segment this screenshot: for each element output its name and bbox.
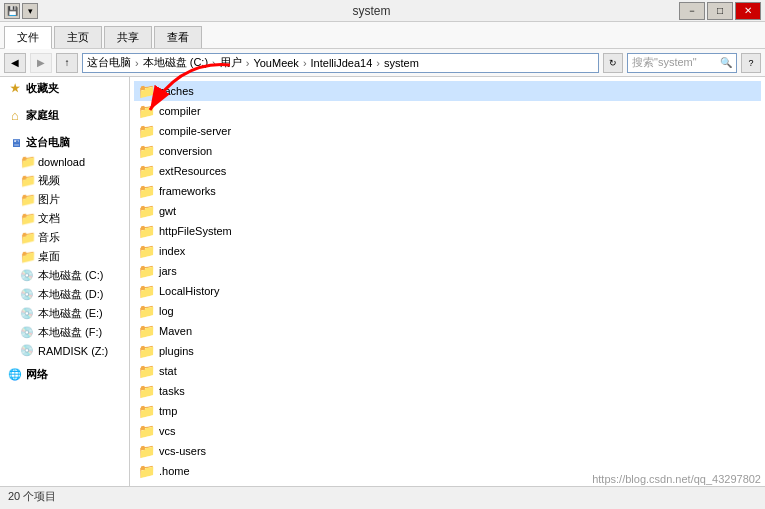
- sidebar-label-drive-e: 本地磁盘 (E:): [38, 306, 103, 321]
- path-segment-users[interactable]: 用户: [220, 55, 242, 70]
- file-name: tmp: [159, 405, 177, 417]
- sidebar-item-network[interactable]: 🌐 网络: [0, 365, 129, 384]
- file-item[interactable]: 📁log: [134, 301, 761, 321]
- address-bar: ◀ ▶ ↑ 这台电脑 › 本地磁盘 (C:) › 用户 › YouMeek › …: [0, 49, 765, 77]
- file-item[interactable]: 📁httpFileSystem: [134, 221, 761, 241]
- drive-icon: 💿: [20, 344, 34, 357]
- folder-icon: 📁: [138, 303, 155, 319]
- file-item[interactable]: 📁vcs: [134, 421, 761, 441]
- title-bar: 💾 ▾ system － □ ✕: [0, 0, 765, 22]
- search-icon: 🔍: [720, 57, 732, 68]
- quick-access-save[interactable]: 💾: [4, 3, 20, 19]
- file-item[interactable]: 📁tmp: [134, 401, 761, 421]
- path-segment-computer[interactable]: 这台电脑: [87, 55, 131, 70]
- file-item[interactable]: 📁vcs-users: [134, 441, 761, 461]
- folder-icon: 📁: [138, 383, 155, 399]
- sidebar-item-desktop[interactable]: 📁 桌面: [0, 247, 129, 266]
- sidebar-item-download[interactable]: 📁 download: [0, 152, 129, 171]
- sidebar-label-docs: 文档: [38, 211, 60, 226]
- sidebar-item-drive-c[interactable]: 💿 本地磁盘 (C:): [0, 266, 129, 285]
- monitor-icon: 🖥: [8, 137, 22, 149]
- nav-back-button[interactable]: ◀: [4, 53, 26, 73]
- ribbon-tab-view[interactable]: 查看: [154, 26, 202, 48]
- window-title: system: [64, 4, 679, 18]
- file-name: httpFileSystem: [159, 225, 232, 237]
- file-name: compiler: [159, 105, 201, 117]
- file-name: stat: [159, 365, 177, 377]
- nav-forward-button[interactable]: ▶: [30, 53, 52, 73]
- file-name: extResources: [159, 165, 226, 177]
- file-item[interactable]: 📁frameworks: [134, 181, 761, 201]
- refresh-button[interactable]: ↻: [603, 53, 623, 73]
- folder-icon: 📁: [20, 192, 34, 207]
- folder-icon: 📁: [138, 263, 155, 279]
- folder-icon: 📁: [138, 243, 155, 259]
- file-item[interactable]: 📁compile-server: [134, 121, 761, 141]
- search-box[interactable]: 搜索"system" 🔍: [627, 53, 737, 73]
- sidebar-label-desktop: 桌面: [38, 249, 60, 264]
- sidebar-item-video[interactable]: 📁 视频: [0, 171, 129, 190]
- help-button[interactable]: ?: [741, 53, 761, 73]
- file-item[interactable]: 📁tasks: [134, 381, 761, 401]
- path-segment-idea[interactable]: IntelliJdea14: [311, 57, 373, 69]
- ribbon-tab-share[interactable]: 共享: [104, 26, 152, 48]
- folder-icon: 📁: [138, 163, 155, 179]
- ribbon-tab-home[interactable]: 主页: [54, 26, 102, 48]
- file-name: log: [159, 305, 174, 317]
- sidebar-item-music[interactable]: 📁 音乐: [0, 228, 129, 247]
- file-item[interactable]: 📁index: [134, 241, 761, 261]
- file-item[interactable]: 📁Maven: [134, 321, 761, 341]
- file-item[interactable]: 📁LocalHistory: [134, 281, 761, 301]
- nav-up-button[interactable]: ↑: [56, 53, 78, 73]
- path-segment-drive[interactable]: 本地磁盘 (C:): [143, 55, 208, 70]
- close-button[interactable]: ✕: [735, 2, 761, 20]
- folder-icon: 📁: [138, 203, 155, 219]
- file-name: jars: [159, 265, 177, 277]
- sidebar-item-homegroup[interactable]: ⌂ 家庭组: [0, 106, 129, 125]
- sidebar-label-thispc: 这台电脑: [26, 135, 70, 150]
- sidebar-item-favorites[interactable]: ★ 收藏夹: [0, 79, 129, 98]
- network-icon: 🌐: [8, 368, 22, 381]
- file-item[interactable]: 📁extResources: [134, 161, 761, 181]
- ribbon-tab-file[interactable]: 文件: [4, 26, 52, 49]
- folder-icon: 📁: [138, 423, 155, 439]
- file-name: vcs-users: [159, 445, 206, 457]
- sidebar-item-ramdisk[interactable]: 💿 RAMDISK (Z:): [0, 342, 129, 359]
- file-item[interactable]: 📁jars: [134, 261, 761, 281]
- file-item[interactable]: 📁stat: [134, 361, 761, 381]
- sidebar-item-docs[interactable]: 📁 文档: [0, 209, 129, 228]
- folder-icon: 📁: [20, 154, 34, 169]
- file-item[interactable]: 📁caches: [134, 81, 761, 101]
- minimize-button[interactable]: －: [679, 2, 705, 20]
- folder-icon: 📁: [138, 183, 155, 199]
- folder-icon: 📁: [138, 283, 155, 299]
- quick-access-menu[interactable]: ▾: [22, 3, 38, 19]
- file-item[interactable]: 📁plugins: [134, 341, 761, 361]
- sidebar-item-pictures[interactable]: 📁 图片: [0, 190, 129, 209]
- sidebar-section-favorites: ★ 收藏夹: [0, 77, 129, 104]
- ribbon: 文件 主页 共享 查看: [0, 22, 765, 49]
- file-list: 📁caches📁compiler📁compile-server📁conversi…: [130, 77, 765, 486]
- file-item[interactable]: 📁compiler: [134, 101, 761, 121]
- folder-icon: 📁: [138, 123, 155, 139]
- sidebar: ★ 收藏夹 ⌂ 家庭组 🖥 这台电脑 📁 download 📁 视频: [0, 77, 130, 486]
- file-item[interactable]: 📁gwt: [134, 201, 761, 221]
- sidebar-item-thispc[interactable]: 🖥 这台电脑: [0, 133, 129, 152]
- folder-icon: 📁: [138, 363, 155, 379]
- sidebar-label-pictures: 图片: [38, 192, 60, 207]
- sidebar-label-network: 网络: [26, 367, 48, 382]
- maximize-button[interactable]: □: [707, 2, 733, 20]
- folder-icon: 📁: [138, 443, 155, 459]
- home-icon: ⌂: [8, 108, 22, 123]
- path-segment-youmeek[interactable]: YouMeek: [253, 57, 298, 69]
- sidebar-item-drive-f[interactable]: 💿 本地磁盘 (F:): [0, 323, 129, 342]
- sidebar-section-thispc: 🖥 这台电脑 📁 download 📁 视频 📁 图片 📁 文档 📁 音: [0, 131, 129, 361]
- file-item[interactable]: 📁conversion: [134, 141, 761, 161]
- file-name: tasks: [159, 385, 185, 397]
- sidebar-label-download: download: [38, 156, 85, 168]
- address-path[interactable]: 这台电脑 › 本地磁盘 (C:) › 用户 › YouMeek › Intell…: [82, 53, 599, 73]
- sidebar-item-drive-e[interactable]: 💿 本地磁盘 (E:): [0, 304, 129, 323]
- sidebar-item-drive-d[interactable]: 💿 本地磁盘 (D:): [0, 285, 129, 304]
- sidebar-label-drive-f: 本地磁盘 (F:): [38, 325, 102, 340]
- path-segment-system[interactable]: system: [384, 57, 419, 69]
